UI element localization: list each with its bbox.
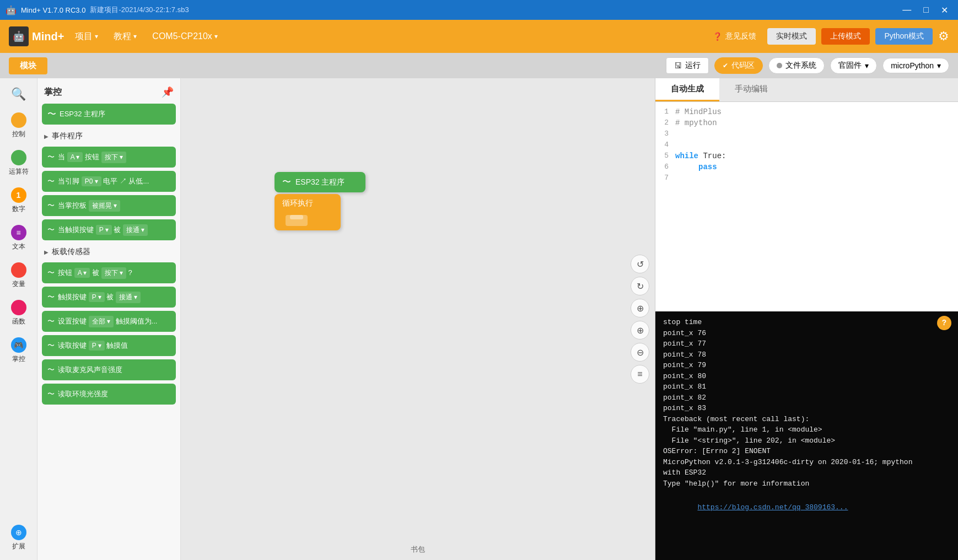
sidebar-item-control-board[interactable]: 🎮 掌控 [2, 333, 36, 368]
canvas-loop-block[interactable]: 循环执行 [275, 194, 341, 230]
button-pressed-block[interactable]: 〜 按钮 A ▾ 被 按下 ▾ ? [42, 262, 176, 283]
zoom-out-button[interactable]: ⊖ [631, 343, 649, 362]
project-menu[interactable]: 项目 ▾ [71, 29, 103, 45]
esp32-block-icon: 〜 [47, 109, 56, 120]
main-toolbar: 🤖 Mind+ 项目 ▾ 教程 ▾ COM5-CP210x ▾ ❓ 意见反馈 实… [0, 20, 958, 53]
extension-icon: ⊕ [11, 525, 26, 540]
sidebar-item-numbers[interactable]: 1 数字 [2, 183, 36, 218]
tab-auto-generate[interactable]: 自动生成 [655, 78, 719, 101]
terminal-line-3: point_x 77 [663, 338, 950, 349]
sidebar-item-search[interactable]: 🔍 [2, 83, 36, 106]
set-key-threshold-block[interactable]: 〜 设置按键 全部 ▾ 触摸阈值为... [42, 311, 176, 332]
code-line-2: 2 # mpython [655, 117, 958, 128]
block-icon-9: 〜 [47, 365, 55, 375]
code-tabs: 自动生成 手动编辑 [655, 78, 958, 102]
read-mic-block[interactable]: 〜 读取麦克风声音强度 [42, 359, 176, 380]
maximize-button[interactable]: □ [919, 4, 933, 16]
blocks-tab-label: 模块 [20, 61, 36, 70]
sidebar-item-extension[interactable]: ⊕ 扩展 [2, 520, 36, 556]
extension-label: 扩展 [12, 542, 25, 551]
python-mode-button[interactable]: Python模式 [875, 28, 933, 45]
events-category-header[interactable]: ▶ 事件程序 [42, 128, 176, 144]
functions-icon [11, 300, 26, 315]
code-area-tab[interactable]: ✔ 代码区 [714, 57, 763, 74]
settings-button[interactable]: ⚙ [938, 29, 949, 44]
touch-key-status-block[interactable]: 〜 触摸按键 P ▾ 被 接通 ▾ [42, 287, 176, 308]
tab-manual-edit-label: 手动编辑 [735, 84, 768, 93]
shake-block[interactable]: 〜 当掌控板 被摇晃 ▾ [42, 195, 176, 216]
line-num-7: 7 [655, 174, 675, 182]
sensor-arrow: ▶ [44, 249, 49, 255]
redo-button[interactable]: ↻ [631, 277, 649, 295]
block-text-10: 读取环境光强度 [58, 389, 108, 399]
read-light-block[interactable]: 〜 读取环境光强度 [42, 384, 176, 405]
zoom-in-button[interactable]: ⊕ [631, 321, 649, 340]
micropython-tab[interactable]: microPython ▾ [882, 58, 949, 73]
block-icon-5: 〜 [47, 268, 55, 278]
terminal-line-9: point_x 83 [663, 403, 950, 414]
line-num-4: 4 [655, 141, 675, 149]
tutorial-menu[interactable]: 教程 ▾ [109, 29, 141, 45]
terminal-line-6: point_x 80 [663, 371, 950, 382]
pass-indent [675, 163, 694, 171]
terminal-line-2: point_x 76 [663, 328, 950, 339]
close-button[interactable]: ✕ [937, 4, 952, 17]
terminal-line-11: File "main.py", line 1, in <module> [663, 424, 950, 435]
blocks-tab[interactable]: 模块 [9, 57, 47, 74]
firmware-tab[interactable]: 官固件 ▾ [830, 57, 877, 74]
sidebar-item-operators[interactable]: 运算符 [2, 146, 36, 181]
com-arrow: ▾ [214, 33, 218, 40]
center-button[interactable]: ⊕ [631, 299, 649, 317]
code-area-label: 代码区 [731, 61, 755, 71]
block-text-4: 当触摸按键 P ▾ 被 接通 ▾ [58, 224, 148, 236]
logo-icon: 🤖 [9, 26, 29, 46]
sidebar-item-functions[interactable]: 函数 [2, 295, 36, 331]
sidebar-item-text[interactable]: ≡ 文本 [2, 220, 36, 256]
feedback-label: 意见反馈 [725, 31, 756, 41]
sidebar-item-variables[interactable]: 变量 [2, 258, 36, 293]
while-condition: True: [703, 152, 726, 160]
text-icon: ≡ [11, 225, 26, 240]
line-content-1: # MindPlus [675, 107, 722, 116]
block-text-5: 按钮 A ▾ 被 按下 ▾ ? [58, 267, 132, 279]
file-system-label: 文件系统 [785, 61, 816, 71]
terminal-line-1: stop time [663, 317, 950, 328]
button-press-block[interactable]: 〜 当 A ▾ 按钮 按下 ▾ [42, 147, 176, 168]
pin-icon[interactable]: 📌 [162, 86, 174, 98]
block-icon-6: 〜 [47, 292, 55, 302]
tab-manual-edit[interactable]: 手动编辑 [719, 78, 783, 101]
sensor-category-header[interactable]: ▶ 板载传感器 [42, 244, 176, 260]
file-system-radio [777, 63, 782, 68]
run-button[interactable]: 🖫 运行 [666, 57, 709, 74]
touch-key-block[interactable]: 〜 当触摸按键 P ▾ 被 接通 ▾ [42, 219, 176, 240]
terminal-line-15: with ESP32 [663, 467, 950, 478]
com-menu[interactable]: COM5-CP210x ▾ [148, 29, 222, 44]
file-system-tab[interactable]: 文件系统 [768, 57, 825, 74]
minimize-button[interactable]: — [898, 4, 916, 16]
events-arrow: ▶ [44, 133, 49, 139]
terminal-url-link[interactable]: https://blog.csdn.net/qq_3809163... [697, 503, 848, 511]
terminal-help-button[interactable]: ? [937, 316, 951, 330]
undo-button[interactable]: ↺ [631, 255, 649, 273]
block-icon-2: 〜 [47, 176, 55, 186]
more-button[interactable]: ≡ [631, 365, 649, 384]
canvas-area[interactable]: 〜 ESP32 主程序 循环执行 ↺ ↻ ⊕ ⊕ ⊖ ≡ 书包 [181, 78, 655, 560]
project-name: 新建项目-2021/4/30-22:1:7.sb3 [90, 5, 189, 15]
palette-header: 掌控 📌 [42, 83, 176, 104]
read-key-touch-block[interactable]: 〜 读取按键 P ▾ 触摸值 [42, 335, 176, 356]
block-icon-8: 〜 [47, 341, 55, 351]
terminal-url[interactable]: https://blog.csdn.net/qq_3809163... [663, 491, 950, 524]
esp32-main-block[interactable]: 〜 ESP32 主程序 [42, 104, 176, 125]
operators-icon [11, 150, 26, 165]
realtime-mode-button[interactable]: 实时模式 [767, 28, 816, 45]
operators-label: 运算符 [9, 167, 29, 176]
feedback-button[interactable]: ❓ 意见反馈 [707, 29, 762, 44]
firmware-arrow: ▾ [865, 61, 869, 70]
sidebar-item-control[interactable]: 控制 [2, 108, 36, 143]
upload-mode-button[interactable]: 上传模式 [821, 28, 870, 45]
sensor-label: 板载传感器 [52, 247, 90, 257]
canvas-main-block[interactable]: 〜 ESP32 主程序 [275, 172, 365, 192]
feedback-icon: ❓ [713, 32, 722, 41]
pin-level-block[interactable]: 〜 当引脚 P0 ▾ 电平 ↗ 从低... [42, 171, 176, 192]
run-label: 运行 [685, 61, 701, 71]
